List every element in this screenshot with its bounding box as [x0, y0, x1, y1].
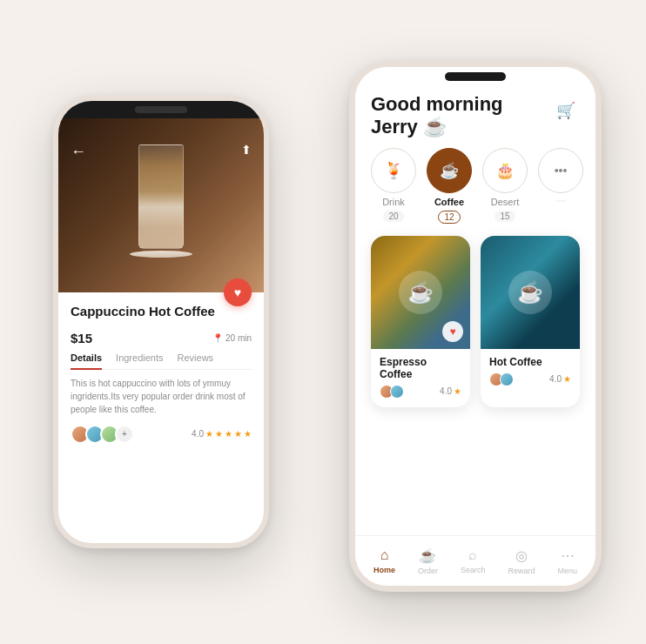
phone-right: Good morning Jerry ☕ 🛒 🍹 Drink 20 ☕ — [349, 61, 602, 592]
hot-coffee-star: ★ — [563, 374, 571, 384]
item-meta-row: Cappuccino Hot Coffee — [71, 303, 252, 324]
hot-coffee-rating: 4.0 ★ — [549, 374, 571, 384]
espresso-card-meta: 4.0 ★ — [380, 385, 461, 399]
nav-reward[interactable]: ◎ Reward — [508, 547, 535, 575]
coffee-icon: ☕ — [440, 161, 459, 180]
notch-pill — [445, 72, 506, 81]
cart-icon: 🛒 — [556, 101, 575, 120]
hot-coffee-card-image: ☕ — [481, 236, 580, 349]
description-text: This is hot cappuccino with lots of ymmu… — [71, 377, 252, 416]
desert-icon: 🎂 — [495, 161, 515, 180]
hero-image: ← ⬆ — [58, 118, 264, 292]
tab-details[interactable]: Details — [71, 352, 102, 370]
star-1: ★ — [205, 429, 213, 439]
category-desert[interactable]: 🎂 Desert 15 — [482, 148, 528, 224]
coffee-tall-cup-illustration — [131, 144, 192, 266]
reward-nav-label: Reward — [508, 567, 535, 575]
item-title: Cappuccino Hot Coffee — [71, 303, 215, 320]
rating-number: 4.0 — [192, 429, 204, 439]
pin-icon: 📍 — [212, 333, 223, 343]
espresso-card-body: Espresso Coffee 4.0 ★ — [371, 349, 470, 407]
favorite-button[interactable]: ♥ — [224, 278, 252, 306]
espresso-card[interactable]: ☕ ♥ Espresso Coffee 4.0 ★ — [371, 236, 470, 407]
more-avatars: + — [115, 425, 134, 444]
drink-label: Drink — [382, 197, 405, 207]
rating-display: 4.0 ★ ★ ★ ★ ★ — [192, 429, 252, 439]
hot-coffee-card-body: Hot Coffee 4.0 ★ — [481, 349, 580, 395]
desert-count: 15 — [495, 211, 515, 222]
cup-glass — [138, 144, 184, 249]
coffee-icon-wrap: ☕ — [427, 148, 472, 193]
hot-coffee-img-bg: ☕ — [481, 236, 580, 349]
coffee-cards-grid: ☕ ♥ Espresso Coffee 4.0 ★ — [355, 232, 596, 416]
drink-count: 20 — [383, 211, 403, 222]
nav-order[interactable]: ☕ Order — [418, 547, 438, 575]
home-nav-label: Home — [373, 566, 395, 574]
hot-coffee-card-name: Hot Coffee — [489, 356, 571, 368]
hot-coffee-card[interactable]: ☕ Hot Coffee 4.0 ★ — [481, 236, 580, 407]
share-button[interactable]: ⬆ — [241, 143, 252, 157]
left-notch-pill — [135, 106, 187, 113]
cup-saucer — [130, 251, 192, 258]
espresso-avatars — [380, 385, 404, 399]
drink-icon: 🍹 — [384, 161, 403, 180]
left-notch — [58, 101, 264, 118]
espresso-cup-icon: ☕ — [399, 271, 442, 314]
status-bar — [355, 67, 596, 86]
desert-label: Desert — [491, 197, 519, 207]
nav-home[interactable]: ⌂ Home — [373, 547, 395, 574]
price-time-row: $15 📍 20 min — [71, 331, 252, 345]
drink-icon-wrap: 🍹 — [371, 148, 416, 193]
menu-nav-icon: ⋯ — [561, 547, 575, 564]
bottom-nav: ⌂ Home ☕ Order ⌕ Search ◎ Reward ⋯ Menu — [355, 535, 596, 586]
star-3: ★ — [225, 429, 232, 439]
hot-coffee-cup-icon: ☕ — [508, 271, 552, 314]
review-row: + 4.0 ★ ★ ★ ★ ★ — [71, 425, 252, 444]
category-more[interactable]: ••• — [538, 148, 583, 224]
espresso-card-name: Espresso Coffee — [380, 356, 461, 380]
search-nav-icon: ⌕ — [468, 547, 477, 563]
more-count — [555, 200, 566, 202]
coffee-emoji: ☕ — [423, 116, 447, 138]
category-coffee[interactable]: ☕ Coffee 12 — [427, 148, 472, 224]
nav-search[interactable]: ⌕ Search — [461, 547, 486, 574]
more-icon: ••• — [555, 164, 568, 178]
home-header: Good morning Jerry ☕ 🛒 — [355, 86, 596, 148]
cart-button[interactable]: 🛒 — [552, 97, 580, 124]
menu-nav-label: Menu — [557, 567, 577, 575]
reviewer-avatars: + — [71, 425, 134, 444]
phones-container: ← ⬆ ♥ Cappuccino Hot Coffee $15 📍 20 min… — [27, 26, 619, 618]
espresso-heart[interactable]: ♥ — [442, 321, 463, 342]
greeting-text: Good morning Jerry ☕ — [371, 93, 503, 139]
hot-coffee-card-meta: 4.0 ★ — [489, 372, 571, 386]
espresso-avatar-2 — [390, 385, 404, 399]
coffee-label: Coffee — [434, 197, 464, 207]
hot-coffee-avatars — [489, 372, 514, 386]
more-icon-wrap: ••• — [538, 148, 583, 193]
coffee-count: 12 — [438, 211, 460, 224]
item-content-area: ♥ Cappuccino Hot Coffee $15 📍 20 min Det… — [58, 292, 264, 453]
nav-menu[interactable]: ⋯ Menu — [557, 547, 577, 575]
reward-nav-icon: ◎ — [515, 547, 528, 564]
category-drink[interactable]: 🍹 Drink 20 — [371, 148, 416, 224]
star-2: ★ — [215, 429, 223, 439]
back-button[interactable]: ← — [71, 143, 86, 161]
categories-row: 🍹 Drink 20 ☕ Coffee 12 🎂 Desert 15 — [355, 148, 596, 232]
tab-reviews[interactable]: Reviews — [178, 352, 214, 369]
hot-coffee-avatar-2 — [500, 372, 514, 386]
desert-icon-wrap: 🎂 — [482, 148, 528, 193]
greeting-block: Good morning Jerry ☕ — [371, 93, 503, 139]
search-nav-label: Search — [461, 566, 486, 574]
item-price: $15 — [71, 331, 92, 345]
espresso-star: ★ — [454, 386, 461, 396]
order-nav-label: Order — [418, 567, 438, 575]
star-4: ★ — [234, 429, 242, 439]
tab-row: Details Ingredients Reviews — [71, 352, 252, 370]
espresso-rating: 4.0 ★ — [440, 386, 461, 396]
order-nav-icon: ☕ — [419, 547, 436, 564]
espresso-card-image: ☕ ♥ — [371, 236, 470, 349]
home-nav-icon: ⌂ — [380, 547, 389, 563]
star-5: ★ — [244, 429, 252, 439]
tab-ingredients[interactable]: Ingredients — [116, 352, 163, 369]
item-time: 📍 20 min — [212, 333, 252, 343]
